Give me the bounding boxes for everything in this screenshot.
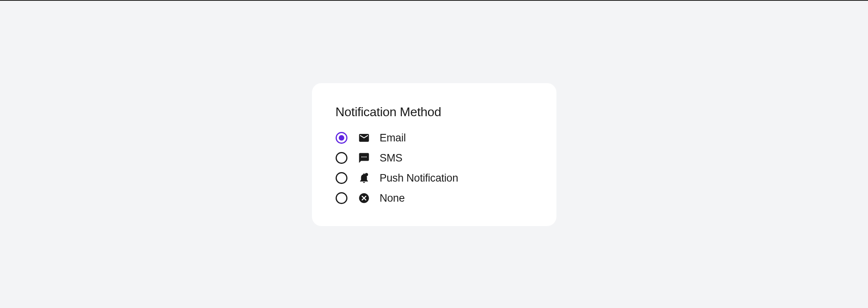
option-label: SMS: [380, 152, 403, 164]
notification-method-card: Notification Method Email SMS Push Notif…: [312, 83, 556, 226]
option-sms[interactable]: SMS: [336, 152, 529, 164]
bell-icon: [357, 172, 371, 184]
card-title: Notification Method: [336, 105, 529, 119]
option-label: Email: [380, 132, 406, 144]
email-icon: [357, 132, 371, 144]
option-label: None: [380, 192, 405, 204]
radio-group: Email SMS Push Notification None: [336, 132, 529, 204]
radio-dot: [339, 135, 344, 141]
radio-button[interactable]: [336, 192, 347, 204]
option-email[interactable]: Email: [336, 132, 529, 144]
sms-icon: [357, 152, 371, 164]
option-push-notification[interactable]: Push Notification: [336, 172, 529, 184]
svg-point-0: [365, 173, 368, 176]
radio-button[interactable]: [336, 152, 347, 164]
option-none[interactable]: None: [336, 192, 529, 204]
option-label: Push Notification: [380, 172, 458, 184]
radio-button[interactable]: [336, 132, 347, 144]
radio-button[interactable]: [336, 172, 347, 184]
cancel-icon: [357, 192, 371, 204]
